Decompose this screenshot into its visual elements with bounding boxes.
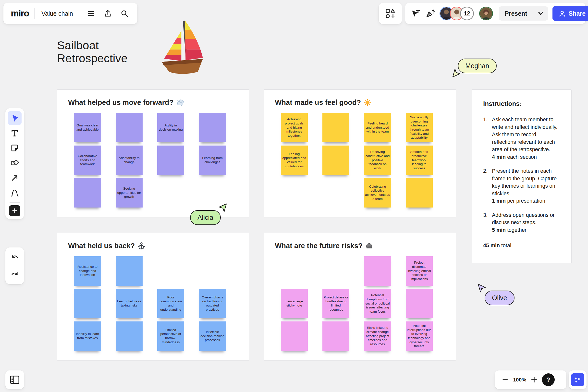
sticky-note-tool[interactable] (8, 141, 22, 155)
sticky-note[interactable]: Inflexible decision-making processes (199, 322, 226, 351)
export-button[interactable] (102, 8, 114, 19)
sticky-note[interactable]: Poor communication and understanding (157, 289, 184, 318)
sticky-note[interactable]: Feeling appreciated and valued for contr… (281, 146, 308, 175)
sticky-note[interactable] (322, 146, 349, 175)
help-button[interactable]: ? (542, 374, 555, 386)
instruction-step-2: 2. Present the notes in each frame to th… (483, 167, 560, 205)
frame-title[interactable]: What are the future risks? (275, 242, 456, 250)
redo-button[interactable] (8, 268, 22, 281)
sticky-note[interactable]: Project dilemmas involving ethical choic… (406, 256, 433, 286)
plus-icon (12, 208, 18, 214)
present-button[interactable]: Present (499, 10, 533, 17)
sticky-note[interactable]: Risks linked to climate change affecting… (364, 322, 391, 351)
ai-assistant-button[interactable] (571, 373, 584, 386)
wind-dash-emoji-icon (176, 99, 184, 106)
sticky-note[interactable] (281, 322, 308, 351)
share-button[interactable]: Share (552, 6, 588, 21)
sticky-note[interactable]: Feeling heard and understood within the … (364, 113, 391, 142)
undo-button[interactable] (8, 250, 22, 264)
sticky-note[interactable] (364, 256, 391, 286)
add-widgets-button[interactable] (379, 3, 402, 24)
step-text: Address open questions or discuss next s… (492, 212, 555, 226)
select-tool[interactable] (8, 111, 22, 125)
zoom-in-button[interactable] (529, 374, 540, 385)
frame-what-are-the-future-risks[interactable]: What are the future risks? Project dilem… (264, 233, 456, 360)
frame-title[interactable]: What made us feel good? (275, 98, 456, 106)
shapes-icon (10, 159, 19, 166)
sticky-note[interactable] (74, 289, 101, 318)
sticky-note[interactable] (322, 113, 349, 142)
frame-title[interactable]: What helped us move forward? (68, 98, 249, 106)
current-user-avatar[interactable] (479, 6, 493, 20)
sticky-note[interactable]: Overemphasis on tradition or outdated pr… (199, 289, 226, 318)
collaborators-overflow-count[interactable]: 12 (460, 6, 474, 20)
present-options-button[interactable] (533, 11, 548, 16)
shapes-tool[interactable] (8, 156, 22, 170)
sticky-note[interactable]: Celebrating collective achievements as a… (364, 178, 391, 208)
sticky-note-text: Inability to learn from mistakes (75, 332, 100, 340)
sticky-note[interactable] (322, 322, 349, 351)
search-button[interactable] (119, 8, 130, 19)
sticky-note[interactable] (157, 146, 184, 175)
text-icon (11, 129, 18, 137)
hide-collaborators-cursors-button[interactable] (411, 8, 420, 19)
sticky-note[interactable]: Project delays or hurdles due to limited… (322, 289, 349, 318)
cursor-arrow-icon (218, 202, 228, 213)
pen-tool[interactable] (8, 186, 22, 200)
anchor-emoji-icon (138, 242, 145, 250)
miro-board-canvas[interactable]: { "topbar": { "logo": "miro", "board_tit… (0, 0, 588, 392)
text-tool[interactable] (8, 126, 22, 140)
cursor-arrow-icon (476, 283, 487, 294)
frame-what-helped-us-move-forward[interactable]: What helped us move forward? Goal was cl… (57, 90, 249, 217)
sticky-note[interactable] (199, 113, 226, 142)
board-heading[interactable]: Sailboat Retrospective (57, 39, 128, 65)
sticky-note[interactable]: I am a large sticky note (281, 289, 308, 318)
frame-what-held-us-back[interactable]: What held us back? Resistance to change … (57, 233, 249, 360)
step-number: 1. (483, 116, 492, 161)
miro-logo[interactable]: miro (11, 8, 29, 18)
sticky-note[interactable]: Limited perspective or narrow-mindedness (157, 322, 184, 351)
sticky-note-text: Seeking opportunities for growth (116, 187, 142, 199)
sticky-note[interactable]: Potential disruptions from social or pol… (364, 289, 391, 318)
sticky-note[interactable]: Successfully overcoming challenges throu… (406, 113, 433, 142)
sticky-note[interactable]: Learning from challenges (199, 146, 226, 175)
frame-title-text: What are the future risks? (275, 242, 362, 250)
sticky-note[interactable]: Agility in decision-making (157, 113, 184, 142)
instructions-panel[interactable]: Instructions: 1. Ask each team member to… (472, 90, 572, 264)
zoom-out-button[interactable] (500, 374, 510, 385)
sticky-note[interactable]: Inability to learn from mistakes (74, 322, 101, 351)
sticky-note[interactable]: Potential interruptions due to evolving … (406, 322, 433, 351)
board-name[interactable]: Value chain (40, 10, 74, 17)
sticky-notes-grid: Resistance to change and innovationFear … (74, 256, 249, 351)
sticky-note[interactable]: Seeking opportunities for growth (116, 178, 142, 208)
frame-title-text: What helped us move forward? (68, 98, 174, 106)
connector-tool[interactable] (8, 171, 22, 185)
more-tools-button[interactable] (9, 205, 20, 216)
sticky-note[interactable]: Smooth and productive teamwork leading t… (406, 146, 433, 175)
sticky-note[interactable] (406, 178, 433, 208)
sticky-note[interactable]: Achieving project goals and hitting mile… (281, 113, 308, 142)
sticky-note[interactable] (116, 322, 142, 351)
minus-icon (502, 379, 508, 380)
sticky-note-text: Smooth and productive teamwork leading t… (407, 150, 432, 170)
sticky-note-icon (11, 144, 18, 152)
sticky-note[interactable]: Fear of failure or taking risks (116, 289, 142, 318)
frame-what-made-us-feel-good[interactable]: What made us feel good? Achieving projec… (264, 90, 456, 217)
sticky-note[interactable]: Resistance to change and innovation (74, 256, 101, 286)
frame-title[interactable]: What held us back? (68, 242, 249, 250)
sticky-note[interactable] (116, 113, 142, 142)
sailboat-emoji[interactable] (156, 19, 206, 77)
main-menu-button[interactable] (86, 8, 97, 19)
sticky-note[interactable] (74, 178, 101, 208)
divider (34, 8, 34, 19)
reactions-button[interactable] (425, 8, 435, 19)
sticky-note[interactable] (406, 289, 433, 318)
frames-panel-toggle[interactable] (6, 370, 24, 389)
sticky-note[interactable]: Receiving constructive and positive feed… (364, 146, 391, 175)
sticky-note[interactable]: Adaptability to change (116, 146, 142, 175)
sticky-note[interactable]: Goal was clear and achievable (74, 113, 101, 142)
sticky-note[interactable] (116, 256, 142, 286)
sticky-note[interactable]: Collaborative efforts and teamwork (74, 146, 101, 175)
cursor-toggle-icon (411, 9, 420, 18)
zoom-level[interactable]: 100% (510, 377, 529, 383)
